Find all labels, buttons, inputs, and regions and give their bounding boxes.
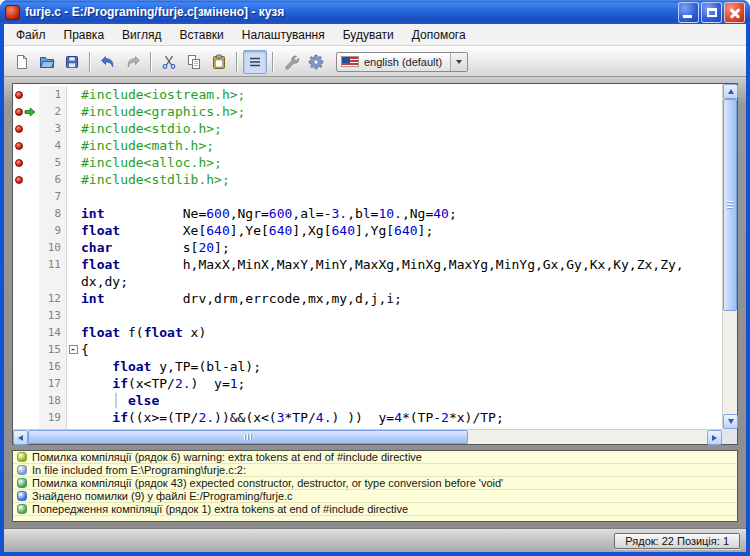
paste-button[interactable] bbox=[207, 50, 231, 74]
titlebar[interactable]: furje.c - E:/Programing/furje.c[змінено]… bbox=[0, 0, 750, 24]
code-line[interactable]: 1#include<iostream.h>; bbox=[13, 86, 722, 103]
menu-help[interactable]: Допомога bbox=[403, 26, 475, 44]
code-text[interactable]: │ else bbox=[79, 392, 722, 409]
code-text[interactable]: dx,dy; bbox=[79, 273, 722, 290]
line-marker-cell[interactable] bbox=[13, 375, 39, 392]
code-line[interactable]: 11float h,MaxX,MinX,MaxY,MinY,MaxXg,MinX… bbox=[13, 256, 722, 273]
line-marker-cell[interactable] bbox=[13, 341, 39, 358]
code-text[interactable]: float f(float x) bbox=[79, 324, 722, 341]
cut-button[interactable] bbox=[157, 50, 181, 74]
line-marker-cell[interactable] bbox=[13, 137, 39, 154]
dropdown-arrow-icon[interactable] bbox=[450, 53, 467, 71]
menu-edit[interactable]: Правка bbox=[55, 26, 114, 44]
line-marker-cell[interactable] bbox=[13, 239, 39, 256]
code-line[interactable]: 19 if((x>=(TP/2.))&&(x<(3*TP/4.) )) y=4*… bbox=[13, 409, 722, 426]
code-line[interactable]: 5#include<alloc.h>; bbox=[13, 154, 722, 171]
line-number: 5 bbox=[39, 154, 67, 171]
code-text[interactable]: #include<stdio.h>; bbox=[79, 120, 722, 137]
code-text[interactable]: float Xe[640],Ye[640],Xg[640],Yg[640]; bbox=[79, 222, 722, 239]
horizontal-scrollbar[interactable] bbox=[13, 429, 722, 444]
code-text[interactable]: if((x>=(TP/2.))&&(x<(3*TP/4.) )) y=4*(TP… bbox=[79, 409, 722, 426]
scroll-down-button[interactable] bbox=[723, 414, 738, 429]
line-marker-cell[interactable] bbox=[13, 120, 39, 137]
scroll-right-button[interactable] bbox=[707, 430, 722, 445]
line-marker-cell[interactable] bbox=[13, 273, 39, 290]
code-line[interactable]: dx,dy; bbox=[13, 273, 722, 290]
line-marker-cell[interactable] bbox=[13, 171, 39, 188]
code-text[interactable]: float y,TP=(bl-al); bbox=[79, 358, 722, 375]
code-line[interactable]: 17 if(x<TP/2.) y=1; bbox=[13, 375, 722, 392]
line-marker-cell[interactable] bbox=[13, 290, 39, 307]
line-marker-cell[interactable] bbox=[13, 358, 39, 375]
code-line[interactable]: 13 bbox=[13, 307, 722, 324]
line-marker-cell[interactable] bbox=[13, 86, 39, 103]
code-line[interactable]: 3#include<stdio.h>; bbox=[13, 120, 722, 137]
code-text[interactable] bbox=[79, 307, 722, 324]
line-marker-cell[interactable] bbox=[13, 205, 39, 222]
code-line[interactable]: 15-{ bbox=[13, 341, 722, 358]
compiler-message[interactable]: Помилка компіляції (рядок 6) warning: ex… bbox=[13, 451, 737, 464]
close-button[interactable] bbox=[724, 2, 745, 23]
menu-insert[interactable]: Вставки bbox=[170, 26, 232, 44]
line-marker-cell[interactable] bbox=[13, 188, 39, 205]
code-line[interactable]: 7 bbox=[13, 188, 722, 205]
line-marker-cell[interactable] bbox=[13, 222, 39, 239]
code-line[interactable]: 12int drv,drm,errcode,mx,my,d,j,i; bbox=[13, 290, 722, 307]
code-lines[interactable]: 1#include<iostream.h>;2#include<graphics… bbox=[13, 84, 722, 429]
line-marker-cell[interactable] bbox=[13, 154, 39, 171]
scroll-up-button[interactable] bbox=[723, 84, 738, 99]
menu-settings[interactable]: Налаштування bbox=[233, 26, 334, 44]
run-button[interactable] bbox=[304, 50, 328, 74]
code-text[interactable]: float h,MaxX,MinX,MaxY,MinY,MaxXg,MinXg,… bbox=[79, 256, 722, 273]
fold-collapse-icon[interactable]: - bbox=[69, 345, 78, 354]
line-marker-cell[interactable] bbox=[13, 409, 39, 426]
code-line[interactable]: 18 │ else bbox=[13, 392, 722, 409]
horizontal-scrollbar-thumb[interactable] bbox=[28, 430, 468, 444]
line-marker-cell[interactable] bbox=[13, 324, 39, 341]
menu-view[interactable]: Вигляд bbox=[113, 26, 170, 44]
save-file-button[interactable] bbox=[60, 50, 84, 74]
code-line[interactable]: 6#include<stdlib.h>; bbox=[13, 171, 722, 188]
compiler-message[interactable]: Попередження компіляції (рядок 1) extra … bbox=[13, 503, 737, 516]
code-text[interactable]: if(x<TP/2.) y=1; bbox=[79, 375, 722, 392]
undo-button[interactable] bbox=[96, 50, 120, 74]
code-text[interactable]: int drv,drm,errcode,mx,my,d,j,i; bbox=[79, 290, 722, 307]
compiler-message[interactable]: Знайдено помилки (9) у файлі E:/Programi… bbox=[13, 490, 737, 503]
code-text[interactable]: #include<alloc.h>; bbox=[79, 154, 722, 171]
code-line[interactable]: 14float f(float x) bbox=[13, 324, 722, 341]
code-text[interactable]: #include<graphics.h>; bbox=[79, 103, 722, 120]
code-line[interactable]: 4#include<math.h>; bbox=[13, 137, 722, 154]
code-text[interactable]: #include<iostream.h>; bbox=[79, 86, 722, 103]
code-line[interactable]: 9float Xe[640],Ye[640],Xg[640],Yg[640]; bbox=[13, 222, 722, 239]
vertical-scrollbar-thumb[interactable] bbox=[723, 99, 737, 311]
language-selector[interactable]: english (default) bbox=[336, 52, 468, 72]
code-text[interactable]: { bbox=[79, 341, 722, 358]
compiler-message[interactable]: In file included from E:\Programing\furj… bbox=[13, 464, 737, 477]
maximize-button[interactable] bbox=[701, 2, 722, 23]
code-text[interactable]: int Ne=600,Ngr=600,al=-3.,bl=10.,Ng=40; bbox=[79, 205, 722, 222]
line-marker-cell[interactable] bbox=[13, 392, 39, 409]
compiler-message[interactable]: Помилка компіляції (рядок 43) expected c… bbox=[13, 477, 737, 490]
copy-button[interactable] bbox=[182, 50, 206, 74]
open-file-button[interactable] bbox=[35, 50, 59, 74]
line-marker-cell[interactable] bbox=[13, 103, 39, 120]
minimize-button[interactable] bbox=[678, 2, 699, 23]
menu-build[interactable]: Будувати bbox=[334, 26, 403, 44]
code-line[interactable]: 2#include<graphics.h>; bbox=[13, 103, 722, 120]
vertical-scrollbar[interactable] bbox=[722, 84, 737, 429]
output-panel-toggle-button[interactable] bbox=[243, 50, 267, 74]
code-text[interactable] bbox=[79, 188, 722, 205]
code-text[interactable]: #include<stdlib.h>; bbox=[79, 171, 722, 188]
code-text[interactable]: #include<math.h>; bbox=[79, 137, 722, 154]
menu-file[interactable]: Файл bbox=[7, 26, 55, 44]
code-line[interactable]: 16 float y,TP=(bl-al); bbox=[13, 358, 722, 375]
line-marker-cell[interactable] bbox=[13, 256, 39, 273]
code-line[interactable]: 10char s[20]; bbox=[13, 239, 722, 256]
scroll-left-button[interactable] bbox=[13, 430, 28, 445]
code-line[interactable]: 8int Ne=600,Ngr=600,al=-3.,bl=10.,Ng=40; bbox=[13, 205, 722, 222]
redo-button[interactable] bbox=[121, 50, 145, 74]
code-text[interactable]: char s[20]; bbox=[79, 239, 722, 256]
new-file-button[interactable] bbox=[10, 50, 34, 74]
line-marker-cell[interactable] bbox=[13, 307, 39, 324]
build-button[interactable] bbox=[279, 50, 303, 74]
